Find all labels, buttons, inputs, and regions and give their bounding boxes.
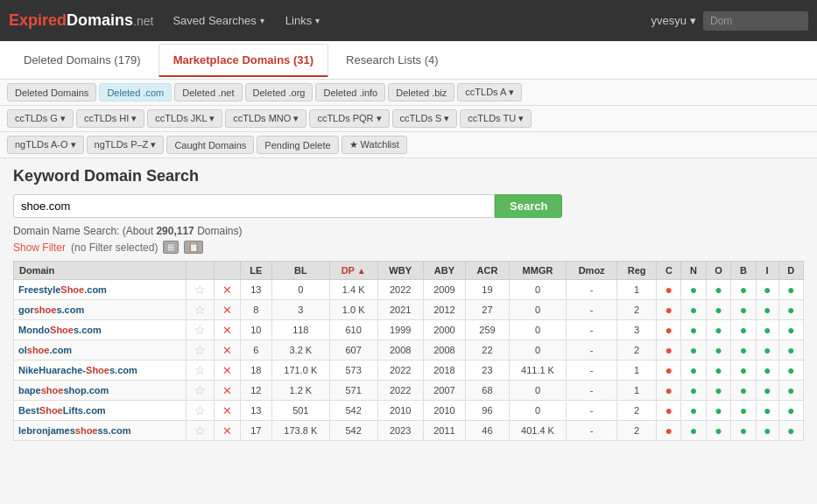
saved-searches-caret: ▾ [260, 16, 264, 25]
star-button[interactable]: ☆ [194, 383, 206, 397]
filter-cctlds-tu[interactable]: ccTLDs TU ▾ [460, 109, 532, 128]
col-c[interactable]: C [657, 262, 681, 280]
filter-cctlds-s[interactable]: ccTLDs S ▾ [392, 109, 458, 128]
col-le[interactable]: LE [240, 262, 271, 280]
delete-button[interactable]: ✕ [222, 364, 232, 377]
filter-cctlds-g[interactable]: ccTLDs G ▾ [7, 109, 74, 128]
cell-n: ● [681, 320, 706, 340]
domain-link[interactable]: bapeshoeshop.com [18, 385, 109, 396]
col-b[interactable]: B [731, 262, 756, 280]
col-wby[interactable]: WBY [377, 262, 423, 280]
cell-reg: 2 [616, 401, 656, 421]
c-status-dot: ● [666, 323, 673, 337]
col-acr[interactable]: ACR [466, 262, 509, 280]
cell-o: ● [706, 381, 731, 401]
col-bl[interactable]: BL [271, 262, 329, 280]
search-submit-button[interactable]: Search [495, 194, 562, 218]
col-i[interactable]: I [756, 262, 778, 280]
i-status-dot: ● [764, 283, 771, 297]
d-status-dot: ● [787, 343, 794, 357]
export-csv-icon[interactable]: ⊞ [163, 241, 179, 254]
filter-cctlds-pqr[interactable]: ccTLDs PQR ▾ [309, 109, 389, 128]
cell-aby: 2010 [423, 401, 466, 421]
user-menu-button[interactable]: yvesyu ▾ [651, 14, 696, 27]
star-button[interactable]: ☆ [194, 403, 206, 417]
saved-searches-button[interactable]: Saved Searches ▾ [162, 0, 274, 41]
cell-wby: 2022 [377, 360, 423, 381]
filter-ngtlds-pz[interactable]: ngTLDs P–Z ▾ [87, 136, 165, 154]
cell-acr: 22 [466, 340, 509, 360]
filter-cctlds-jkl[interactable]: ccTLDs JKL ▾ [147, 109, 222, 128]
filter-deleted-org[interactable]: Deleted .org [245, 83, 313, 102]
col-d[interactable]: D [778, 262, 803, 280]
col-dmoz[interactable]: Dmoz [567, 262, 617, 280]
col-domain[interactable]: Domain [14, 262, 187, 280]
navbar-search-input[interactable] [703, 11, 808, 31]
cell-i: ● [756, 360, 778, 381]
filter-deleted-biz[interactable]: Deleted .biz [388, 83, 454, 102]
cell-b: ● [731, 340, 756, 360]
filter-pending-delete[interactable]: Pending Delete [257, 136, 338, 154]
col-o[interactable]: O [706, 262, 731, 280]
cell-wby: 2022 [377, 280, 423, 300]
filter-deleted-net[interactable]: Deleted .net [174, 83, 242, 102]
star-button[interactable]: ☆ [194, 303, 206, 317]
star-button[interactable]: ☆ [194, 363, 206, 377]
tab-deleted-domains[interactable]: Deleted Domains (179) [9, 44, 156, 76]
cell-le: 10 [240, 320, 271, 340]
col-aby[interactable]: ABY [423, 262, 466, 280]
cell-b: ● [731, 280, 756, 300]
cell-dp: 607 [329, 340, 377, 360]
table-row: NikeHuarache-Shoes.com☆✕18171.0 K5732022… [14, 360, 804, 381]
domain-link[interactable]: MondoShoes.com [18, 325, 102, 335]
delete-button[interactable]: ✕ [222, 344, 232, 357]
filter-cctlds-hi[interactable]: ccTLDs HI ▾ [76, 109, 144, 128]
filter-watchlist[interactable]: ★ Watchlist [342, 136, 407, 154]
domain-link[interactable]: BestShoeLifts.com [18, 405, 106, 416]
brand-logo[interactable]: ExpiredDomains.net [9, 11, 153, 30]
n-status-dot: ● [690, 323, 697, 337]
delete-button[interactable]: ✕ [222, 324, 232, 337]
star-button[interactable]: ☆ [194, 323, 206, 337]
filter-row-3: ngTLDs A-O ▾ ngTLDs P–Z ▾ Caught Domains… [0, 132, 817, 158]
domain-link[interactable]: gorshoes.com [18, 304, 84, 315]
filter-ngtlds-ao[interactable]: ngTLDs A-O ▾ [7, 136, 84, 154]
cell-dmoz: - [567, 300, 617, 320]
star-button[interactable]: ☆ [194, 343, 206, 357]
cell-b: ● [731, 320, 756, 340]
cell-d: ● [778, 381, 803, 401]
filter-caught-domains[interactable]: Caught Domains [166, 136, 254, 154]
tab-marketplace-domains[interactable]: Marketplace Domains (31) [158, 44, 328, 77]
domain-link[interactable]: lebronjamesshoess.com [18, 425, 130, 436]
domain-link[interactable]: NikeHuarache-Shoes.com [18, 365, 137, 375]
filter-deleted-com[interactable]: Deleted .com [99, 83, 172, 102]
show-filter-link[interactable]: Show Filter [13, 242, 66, 254]
cell-c: ● [657, 360, 681, 381]
domain-link[interactable]: olshoe.com [18, 345, 72, 355]
delete-button[interactable]: ✕ [222, 304, 232, 317]
col-star [186, 262, 214, 280]
delete-button[interactable]: ✕ [222, 404, 232, 417]
domain-link[interactable]: FreestyleShoe.com [18, 284, 107, 295]
star-button[interactable]: ☆ [194, 283, 206, 297]
cell-le: 18 [240, 360, 271, 381]
links-button[interactable]: Links ▾ [275, 0, 330, 41]
tab-research-lists[interactable]: Research Lists (4) [331, 44, 453, 76]
cell-le: 8 [240, 300, 271, 320]
navbar: ExpiredDomains.net Saved Searches ▾ Link… [0, 0, 817, 41]
delete-button[interactable]: ✕ [222, 384, 232, 397]
col-reg[interactable]: Reg [616, 262, 656, 280]
filter-cctlds-a[interactable]: ccTLDs A ▾ [457, 83, 522, 102]
col-dp[interactable]: DP ▲ [329, 262, 377, 280]
delete-button[interactable]: ✕ [222, 284, 232, 297]
delete-button[interactable]: ✕ [222, 424, 232, 438]
col-mmgr[interactable]: MMGR [509, 262, 567, 280]
filter-cctlds-mno[interactable]: ccTLDs MNO ▾ [225, 109, 306, 128]
filter-deleted-domains[interactable]: Deleted Domains [7, 83, 96, 102]
col-n[interactable]: N [681, 262, 706, 280]
filter-deleted-info[interactable]: Deleted .info [315, 83, 385, 102]
cell-wby: 2010 [377, 401, 423, 421]
star-button[interactable]: ☆ [194, 424, 206, 438]
keyword-input[interactable] [13, 194, 495, 218]
export-icon[interactable]: 📋 [184, 241, 203, 254]
